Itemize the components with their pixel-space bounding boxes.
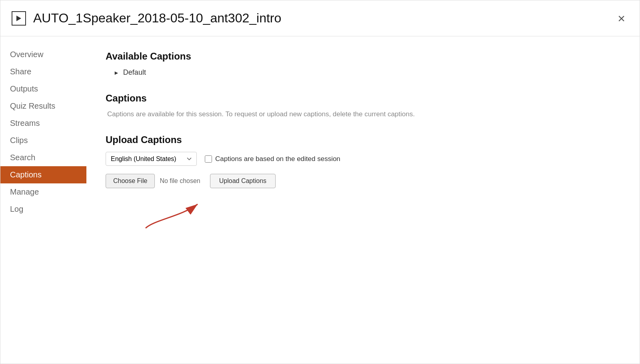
edited-session-label-text: Captions are based on the edited session (215, 155, 340, 163)
svg-marker-0 (16, 16, 21, 21)
captions-info-text: Captions are available for this session.… (106, 110, 620, 118)
sidebar-item-streams[interactable]: Streams (0, 115, 86, 132)
sidebar-item-log[interactable]: Log (0, 201, 86, 218)
choose-file-button[interactable]: Choose File (106, 174, 155, 188)
expand-icon: ► (114, 70, 119, 76)
sidebar-item-quiz-results[interactable]: Quiz Results (0, 97, 86, 115)
page-title: AUTO_1Speaker_2018-05-10_ant302_intro (33, 11, 614, 26)
sidebar-item-outputs[interactable]: Outputs (0, 80, 86, 97)
close-button[interactable]: × (614, 9, 628, 28)
sidebar-item-clips[interactable]: Clips (0, 132, 86, 149)
sidebar-item-search[interactable]: Search (0, 149, 86, 166)
edited-session-checkbox[interactable] (205, 155, 212, 163)
available-captions-section: Available Captions ► Default (106, 51, 620, 77)
no-file-text: No file chosen (160, 177, 200, 185)
default-caption-item[interactable]: ► Default (106, 68, 620, 77)
arrow-icon (130, 192, 218, 232)
language-select[interactable]: English (United States) English (United … (106, 152, 197, 166)
sidebar: Overview Share Outputs Quiz Results Stre… (0, 36, 86, 364)
modal-body: Overview Share Outputs Quiz Results Stre… (0, 36, 640, 364)
captions-title: Captions (106, 93, 620, 104)
default-caption-label: Default (123, 68, 146, 77)
file-input-area: Choose File No file chosen (106, 174, 200, 188)
upload-captions-button[interactable]: Upload Captions (210, 174, 276, 188)
sidebar-item-overview[interactable]: Overview (0, 46, 86, 63)
upload-row-1: English (United States) English (United … (106, 152, 620, 166)
modal-header: AUTO_1Speaker_2018-05-10_ant302_intro × (0, 0, 640, 36)
sidebar-item-manage[interactable]: Manage (0, 183, 86, 201)
modal-container: AUTO_1Speaker_2018-05-10_ant302_intro × … (0, 0, 640, 364)
captions-section: Captions Captions are available for this… (106, 93, 620, 118)
available-captions-title: Available Captions (106, 51, 620, 62)
sidebar-item-captions[interactable]: Captions (0, 166, 86, 183)
sidebar-item-share[interactable]: Share (0, 63, 86, 80)
main-content: Available Captions ► Default Captions Ca… (86, 36, 640, 364)
upload-captions-title: Upload Captions (106, 134, 620, 145)
upload-captions-section: Upload Captions English (United States) … (106, 134, 620, 188)
upload-row-2: Choose File No file chosen Upload Captio… (106, 174, 620, 188)
video-icon (12, 11, 26, 26)
edited-session-checkbox-label[interactable]: Captions are based on the edited session (205, 155, 340, 163)
